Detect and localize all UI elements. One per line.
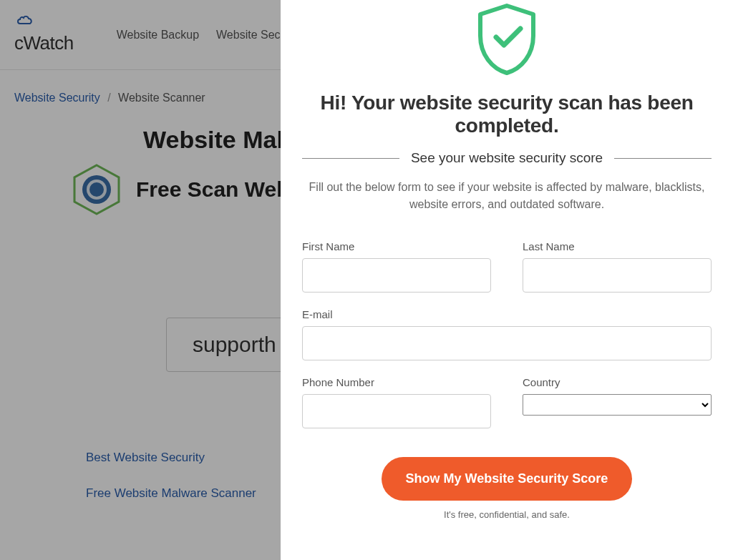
modal-description: Fill out the below form to see if your w… [302, 179, 712, 213]
submit-button[interactable]: Show My Website Security Score [382, 457, 633, 501]
last-name-input[interactable] [523, 258, 712, 293]
divider-line-left [302, 158, 399, 159]
modal: Hi! Your website security scan has been … [281, 0, 733, 560]
first-name-label: First Name [302, 240, 491, 252]
email-label: E-mail [302, 308, 712, 320]
country-select[interactable] [523, 394, 712, 416]
first-name-input[interactable] [302, 258, 491, 293]
email-input[interactable] [302, 326, 712, 360]
modal-title: Hi! Your website security scan has been … [302, 92, 712, 137]
phone-label: Phone Number [302, 376, 491, 388]
safe-text: It's free, confidential, and safe. [302, 509, 712, 520]
shield-check-icon [467, 0, 546, 79]
modal-subtitle: See your website security score [411, 150, 603, 166]
last-name-label: Last Name [523, 240, 712, 252]
modal-divider: See your website security score [302, 150, 712, 166]
divider-line-right [614, 158, 712, 159]
phone-input[interactable] [302, 394, 491, 428]
country-label: Country [523, 376, 712, 388]
